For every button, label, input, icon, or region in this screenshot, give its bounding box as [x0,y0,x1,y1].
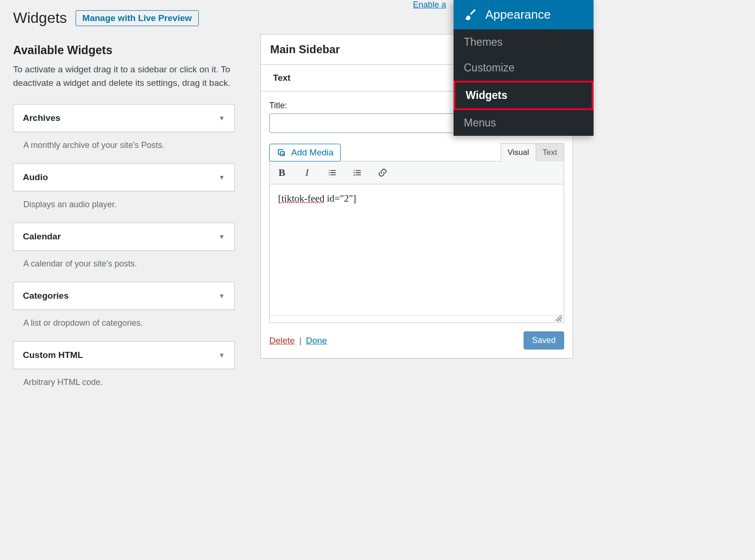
saved-button[interactable]: Saved [524,331,564,350]
flyout-heading[interactable]: Appearance [454,0,594,29]
chevron-down-icon: ▼ [218,292,225,300]
flyout-item-menus[interactable]: Menus [454,110,594,136]
media-icon [276,147,287,158]
italic-button[interactable]: I [299,164,315,181]
editor-content[interactable]: [tiktok-feed id="2"] [270,184,564,315]
bullet-list-button[interactable] [324,164,341,181]
flyout-item-themes[interactable]: Themes [454,29,594,55]
available-widgets-column: Available Widgets To activate a widget d… [13,31,235,400]
widget-item-custom-html[interactable]: Custom HTML ▼ [13,341,235,369]
add-media-label: Add Media [291,147,334,158]
chevron-down-icon: ▼ [218,351,225,359]
separator: | [297,336,303,345]
brush-icon [463,8,477,22]
appearance-flyout: Appearance Themes Customize Widgets Menu… [454,0,594,136]
widget-actions: Delete | Done [269,336,327,346]
available-widgets-title: Available Widgets [13,43,235,57]
widget-item-label: Audio [23,172,48,182]
flyout-item-widgets[interactable]: Widgets [454,81,594,110]
link-button[interactable] [374,164,391,181]
editor-tabs: Visual Text [501,143,564,161]
widget-item-label: Archives [23,113,60,123]
add-media-button[interactable]: Add Media [269,144,341,161]
tab-visual[interactable]: Visual [501,143,536,161]
widget-item-desc: Arbitrary HTML code. [13,369,235,400]
page-title: Widgets [13,9,67,27]
widget-item-desc: A list or dropdown of categories. [13,310,235,341]
resize-handle[interactable] [270,315,564,322]
available-widgets-desc: To activate a widget drag it to a sideba… [13,63,235,90]
widget-item-calendar[interactable]: Calendar ▼ [13,223,235,251]
chevron-down-icon: ▼ [218,174,225,181]
widget-item-desc: A monthly archive of your site's Posts. [13,132,235,163]
widget-item-categories[interactable]: Categories ▼ [13,282,235,310]
chevron-down-icon: ▼ [218,233,225,240]
widget-item-label: Calendar [23,231,61,242]
widget-item-label: Custom HTML [23,350,83,360]
widget-item-audio[interactable]: Audio ▼ [13,163,235,191]
widget-item-label: Categories [23,291,69,301]
enable-accessibility-link[interactable]: Enable a [413,0,446,10]
bold-button[interactable]: B [273,164,290,181]
delete-link[interactable]: Delete [269,336,295,345]
flyout-item-customize[interactable]: Customize [454,55,594,81]
bullet-list-icon [327,168,337,178]
widget-item-desc: Displays an audio player. [13,191,235,223]
widget-item-archives[interactable]: Archives ▼ [13,104,235,132]
flyout-heading-label: Appearance [485,7,551,22]
editor-toolbar: B I [270,161,564,184]
done-link[interactable]: Done [306,336,327,345]
link-icon [378,168,388,178]
tab-text[interactable]: Text [536,143,564,161]
live-preview-button[interactable]: Manage with Live Preview [76,10,199,26]
numbered-list-icon [352,168,363,178]
numbered-list-button[interactable] [349,164,366,181]
widget-item-desc: A calendar of your site's posts. [13,251,235,282]
editor: B I [tiktok-feed id="2"] [269,161,564,323]
chevron-down-icon: ▼ [218,114,225,122]
